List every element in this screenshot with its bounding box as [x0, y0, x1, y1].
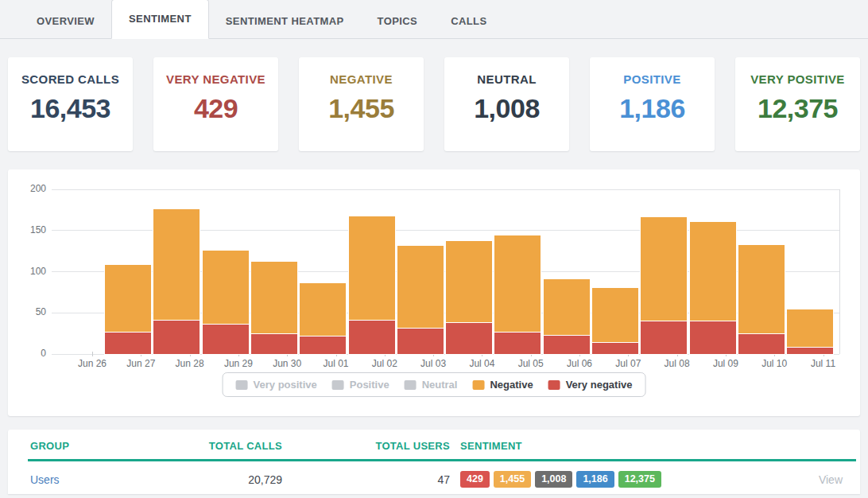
- bar-segment-negative: [738, 245, 785, 334]
- stacked-bar[interactable]: [544, 279, 590, 354]
- legend-label: Neutral: [422, 379, 458, 391]
- group-link-users[interactable]: Users: [30, 473, 173, 486]
- badge-very-negative: 429: [460, 471, 490, 488]
- bar-segment-negative: [300, 283, 346, 337]
- x-axis-label: Jul 03: [420, 358, 446, 369]
- stat-label: POSITIVE: [590, 72, 715, 86]
- bar-segment-negative: [251, 262, 297, 334]
- groups-table: GROUP TOTAL CALLS TOTAL USERS SENTIMENT …: [8, 430, 860, 494]
- legend-swatch-icon: [472, 380, 484, 390]
- bar-segment-very-negative: [592, 343, 638, 354]
- view-link[interactable]: View: [819, 473, 843, 486]
- stacked-bar[interactable]: [738, 245, 785, 354]
- bar-segment-negative: [544, 279, 590, 336]
- stat-card-negative: NEGATIVE 1,455: [299, 57, 424, 151]
- x-axis-label: Jun 29: [224, 358, 253, 369]
- stacked-bar[interactable]: [105, 265, 151, 354]
- legend-swatch-icon: [236, 380, 248, 390]
- legend-label: Negative: [490, 379, 533, 391]
- y-axis-label: 0: [16, 348, 46, 359]
- stat-value: 1,186: [590, 93, 715, 124]
- tab-overview[interactable]: OVERVIEW: [20, 2, 111, 38]
- stat-value: 16,453: [8, 93, 133, 124]
- stacked-bar[interactable]: [203, 251, 249, 354]
- stacked-bar[interactable]: [300, 283, 346, 354]
- stat-card-very-negative: VERY NEGATIVE 429: [153, 57, 278, 151]
- bar-segment-negative: [592, 288, 638, 342]
- tab-bar: OVERVIEW SENTIMENT SENTIMENT HEATMAP TOP…: [0, 0, 868, 39]
- x-axis-label: Jul 02: [372, 358, 397, 369]
- stacked-bar[interactable]: [446, 241, 492, 354]
- bar-segment-negative: [494, 235, 541, 333]
- stat-value: 12,375: [735, 93, 860, 124]
- stat-label: NEGATIVE: [299, 72, 424, 86]
- bar-segment-very-negative: [105, 333, 151, 354]
- stat-value: 1,455: [299, 93, 424, 124]
- stacked-bar[interactable]: [592, 288, 638, 354]
- bar-segment-negative: [203, 251, 249, 325]
- legend-item-very-negative[interactable]: Very negative: [548, 379, 633, 391]
- column-header-total-calls: TOTAL CALLS: [173, 440, 282, 452]
- legend-label: Very positive: [254, 379, 317, 391]
- stat-card-very-positive: VERY POSITIVE 12,375: [735, 57, 860, 151]
- stacked-bar[interactable]: [787, 309, 833, 354]
- legend-label: Very negative: [566, 379, 633, 391]
- stacked-bar[interactable]: [349, 216, 395, 354]
- x-axis-label: Jul 10: [761, 358, 787, 369]
- x-axis-label: Jul 06: [567, 358, 592, 369]
- table-row: Users 20,729 47 429 1,455 1,008 1,186 12…: [8, 461, 860, 497]
- bar-segment-very-negative: [641, 321, 687, 354]
- x-axis-label: Jul 09: [713, 358, 738, 369]
- bar-segment-very-negative: [738, 334, 785, 354]
- sentiment-stacked-bar-chart: 050100150200Jun 26Jun 27Jun 28Jun 29Jun …: [8, 169, 860, 416]
- stat-label: VERY NEGATIVE: [153, 72, 278, 86]
- bar-segment-negative: [349, 216, 395, 320]
- bar-segment-very-negative: [203, 325, 249, 354]
- stacked-bar[interactable]: [251, 262, 297, 354]
- tab-sentiment[interactable]: SENTIMENT: [111, 0, 209, 39]
- tab-sentiment-heatmap[interactable]: SENTIMENT HEATMAP: [209, 2, 361, 38]
- column-header-group: GROUP: [30, 440, 173, 452]
- bar-segment-very-negative: [787, 348, 833, 354]
- total-users-value: 47: [282, 473, 450, 486]
- y-axis-label: 150: [16, 224, 46, 235]
- bar-segment-negative: [105, 265, 151, 333]
- bar-segment-very-negative: [494, 333, 541, 354]
- x-axis-label: Jul 08: [665, 358, 690, 369]
- bar-segment-very-negative: [300, 337, 346, 354]
- stacked-bar[interactable]: [641, 217, 687, 354]
- badge-very-positive: 12,375: [618, 471, 661, 488]
- bar-segment-very-negative: [544, 336, 590, 354]
- badge-neutral: 1,008: [535, 471, 572, 488]
- bar-segment-negative: [397, 246, 444, 329]
- legend-swatch-icon: [332, 380, 344, 390]
- bar-segment-very-negative: [349, 321, 395, 354]
- bar-segment-negative: [153, 209, 200, 321]
- stacked-bar[interactable]: [494, 235, 541, 354]
- column-header-total-users: TOTAL USERS: [282, 440, 450, 452]
- x-axis-label: Jul 05: [518, 358, 544, 369]
- stacked-bar[interactable]: [690, 222, 736, 354]
- sentiment-badges: 429 1,455 1,008 1,186 12,375: [460, 471, 819, 488]
- tab-calls[interactable]: CALLS: [434, 2, 503, 38]
- stacked-bar[interactable]: [153, 209, 200, 354]
- badge-positive: 1,186: [576, 471, 614, 488]
- bar-segment-very-negative: [153, 321, 200, 354]
- x-axis-label: Jul 01: [323, 358, 348, 369]
- stacked-bar[interactable]: [397, 246, 444, 354]
- tab-topics[interactable]: TOPICS: [361, 2, 435, 38]
- legend-item-positive[interactable]: Positive: [332, 379, 389, 391]
- stat-value: 1,008: [444, 93, 569, 124]
- legend-item-neutral[interactable]: Neutral: [405, 379, 458, 391]
- legend-item-negative[interactable]: Negative: [472, 379, 533, 391]
- total-calls-value: 20,729: [173, 473, 282, 486]
- bar-segment-very-negative: [251, 334, 297, 354]
- bar-segment-very-negative: [690, 321, 736, 354]
- stat-card-scored-calls: SCORED CALLS 16,453: [8, 57, 133, 151]
- stat-card-neutral: NEUTRAL 1,008: [444, 57, 569, 151]
- x-axis-label: Jun 26: [78, 358, 107, 369]
- stat-value: 429: [153, 93, 278, 124]
- legend-item-very-positive[interactable]: Very positive: [236, 379, 317, 391]
- bar-segment-negative: [690, 222, 736, 321]
- x-axis-tick: [92, 352, 93, 356]
